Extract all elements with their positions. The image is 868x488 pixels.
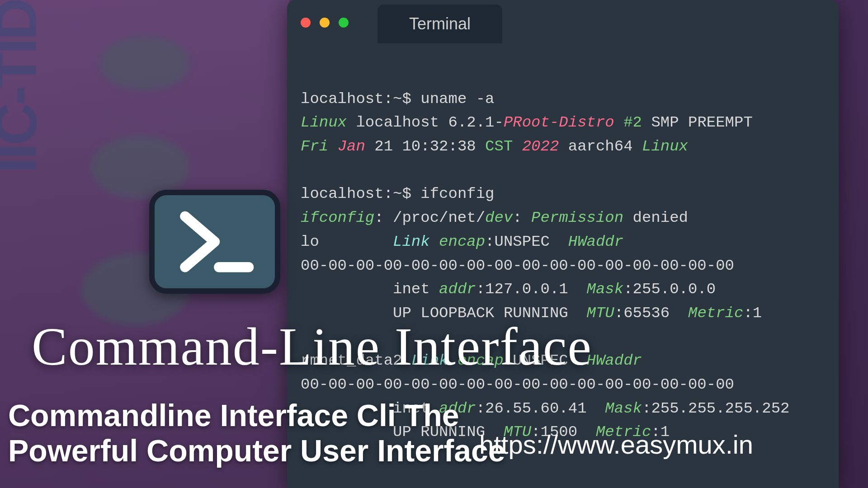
err-perm: Permission	[531, 209, 623, 226]
out-year: 2022	[522, 138, 559, 155]
if-lo-mtu-val: :65536	[614, 305, 688, 322]
tab-label: Terminal	[409, 14, 471, 33]
prompt-sep: :~$	[384, 90, 411, 108]
if-rm-mask-lbl: Mask	[605, 400, 642, 417]
if-lo-mask-lbl: Mask	[587, 281, 624, 298]
out-os2: Linux	[642, 138, 688, 155]
prompt-host: localhost	[301, 90, 384, 108]
if-lo-hwaddr: HWaddr	[568, 233, 623, 250]
prompt-sep: :~$	[384, 185, 411, 202]
out-arch: aarch64	[568, 138, 633, 155]
if-lo-mac: 00-00-00-00-00-00-00-00-00-00-00-00-00-0…	[301, 257, 734, 274]
prompt-host: localhost	[301, 185, 384, 202]
err-prog: ifconfig	[301, 209, 374, 226]
if-rm-mask-val: :255.255.255.252	[642, 400, 789, 417]
if-lo-name: lo	[301, 233, 319, 250]
if-lo-encap-lbl: encap	[439, 233, 485, 250]
err-colon: :	[513, 209, 531, 226]
err-denied: denied	[623, 209, 688, 226]
out-os: Linux	[301, 114, 347, 131]
cmd1-text: uname -a	[420, 90, 494, 108]
traffic-lights	[301, 18, 349, 28]
if-lo-inet: inet	[393, 281, 439, 298]
bg-decor	[90, 136, 190, 199]
titlebar: Terminal	[287, 0, 839, 45]
side-watermark: IIC-TID	[0, 0, 50, 174]
out-tz: CST	[485, 138, 513, 155]
out-distro: PRoot-Distro	[504, 114, 614, 131]
overlay-url: https://www.easymux.in	[479, 429, 753, 460]
if-rm-hwaddr: HWaddr	[587, 352, 642, 369]
tab-terminal[interactable]: Terminal	[377, 5, 502, 43]
err-path: : /proc/net/	[374, 209, 485, 226]
if-lo-mask-val: :255.0.0.0	[623, 281, 716, 298]
bg-decor	[99, 36, 190, 90]
overlay-title: Command-Line Interface	[32, 316, 592, 378]
out-dt: 21 10:32:38	[374, 138, 476, 155]
if-lo-link: Link	[393, 233, 430, 250]
err-dev: dev	[485, 209, 513, 226]
out-host: localhost	[356, 114, 439, 131]
if-lo-addr-lbl: addr	[439, 281, 476, 298]
if-lo-encap-val: :UNSPEC	[485, 233, 568, 250]
out-build: #2	[623, 114, 642, 131]
out-flags: SMP PREEMPT	[651, 114, 752, 131]
minimize-icon[interactable]	[320, 18, 330, 28]
if-lo-metric-lbl: Metric	[688, 305, 743, 322]
maximize-icon[interactable]	[339, 18, 349, 28]
out-mon: Jan	[338, 138, 365, 155]
cli-prompt-icon	[149, 190, 280, 294]
close-icon[interactable]	[301, 18, 311, 28]
cmd2-text: ifconfig	[420, 185, 494, 202]
overlay-subtitle: Commandline Interface Cli The Powerful C…	[8, 398, 505, 468]
out-day: Fri	[301, 138, 328, 155]
if-rm-mac: 00-00-00-00-00-00-00-00-00-00-00-00-00-0…	[301, 376, 734, 393]
if-lo-metric-val: :1	[743, 305, 762, 322]
out-ver: 6.2.1-	[448, 114, 503, 131]
if-lo-addr-val: :127.0.0.1	[476, 281, 587, 298]
